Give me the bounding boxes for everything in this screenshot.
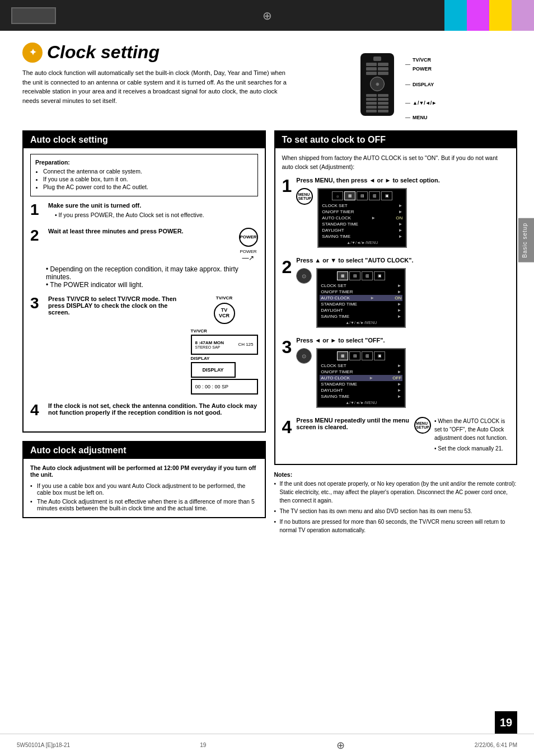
menu-row-daylight: DAYLIGHT ► [320,387,402,393]
menu-row-label: AUTO CLOCK [322,215,351,220]
page-number: 19 [495,711,517,734]
preparation-box: Preparation: Connect the antenna or cabl… [30,154,258,196]
screen-stereo: STEREO SAP [195,345,224,349]
menu-row-arrow: ► [398,228,402,233]
right-step-2-num: 2 [282,257,292,328]
menu-row-arrow: ► [398,203,402,208]
menu-icon: ▤ [349,351,360,360]
menu-row-standard-time: STANDARD TIME ► [321,221,404,227]
title-icon: ✦ [22,43,43,63]
note-item-2: The TV section has its own menu and also… [280,508,472,514]
right-step-2-text: Press ▲ or ▼ to select "AUTO CLOCK". [296,257,509,264]
menu-row-arrow: ► [397,308,401,313]
menu-row-auto-clock-off: AUTO CLOCK ► OFF [320,375,402,381]
step-2: 2 Wait at least three minutes and press … [30,228,258,262]
menu-icon: ▥ [362,271,373,280]
menu-row-arrow: ► [397,382,401,387]
auto-clock-adjustment-content: The Auto clock adjustment will be perfor… [24,459,265,517]
main-content: ✦ Clock setting The auto clock function … [0,31,534,548]
power-button-icon: POWER [239,228,258,247]
menu-icon-active: ▦ [337,271,348,280]
adjustment-item-1: If you use a cable box and you want Auto… [37,482,245,496]
menu-row-clock-set: CLOCK SET ► [321,203,404,209]
right-step-1: 1 Press MENU, then press ◄ or ► to selec… [282,177,510,248]
top-bar: ⊕ [0,0,534,31]
auto-clock-adjustment-header: Auto clock adjustment [24,442,265,459]
menu-row-label: CLOCK SET [321,283,346,288]
menu-icons-row: ▦ ▤ ▥ ▣ [320,351,402,360]
menu-icon: ▣ [374,271,385,280]
adjustment-list: • If you use a cable box and you want Au… [30,482,258,511]
left-column: Auto clock setting Preparation: Connect … [22,130,266,537]
right-step-1-text: Press MENU, then press ◄ or ► to select … [296,177,509,184]
right-step-4: 4 Press MENU repeatedly until the menu s… [282,417,510,453]
menu-row-label: STANDARD TIME [322,222,358,227]
screen-time: 8 :47AM MON [195,340,224,345]
right-column: To set auto clock to OFF When shipped fr… [274,130,518,537]
menu-row-label: ON/OFF TIMER [322,209,354,214]
menu-row-arrow: ► [397,314,401,319]
bottom-left: 5W50101A [E]p18-21 [17,742,70,748]
step-2-num: 2 [30,228,44,262]
nav-label: ▲/▼/◄/► [413,98,437,107]
menu-row-value: ON [396,215,402,220]
step-1-indent: • If you press POWER, the Auto Clock set… [55,211,258,220]
page-title: Clock setting [47,42,160,63]
remote-diagram: ⊕ [360,42,517,122]
right-step-3-diagram: ⊙ ▦ ▤ ▥ ▣ [296,348,509,408]
auto-clock-setting-section: Auto clock setting Preparation: Connect … [22,130,266,433]
right-step-3-text: Press ◄ or ► to select "OFF". [296,337,509,344]
menu-icons-row: ☼ ▦ ▤ ▥ ▣ [321,191,404,200]
menu-row-auto-clock: AUTO CLOCK ► ON [321,215,404,221]
menu-row-auto-clock-highlighted: AUTO CLOCK ► ON [320,295,402,301]
auto-clock-off-header: To set auto clock to OFF [275,132,517,148]
menu-icon: ▤ [357,191,368,200]
enter-button-icon: ⊙ [296,348,312,364]
menu-nav: ▲/▼/◄/►/MENU [321,241,404,245]
menu-row-saving-time: SAVING TIME ► [321,233,404,240]
power-text-label: POWER [240,249,256,254]
auto-clock-setting-content: Preparation: Connect the antenna or cabl… [24,148,265,431]
menu-row-arrow: ► [398,209,402,214]
menu-row-label: ON/OFF TIMER [321,369,353,374]
step4-bullets: • When the AUTO CLOCK is set to "OFF", t… [434,417,509,453]
list-item: If no buttons are pressed for more than … [274,518,518,534]
menu-setup-icon: MENUSETUP [296,188,313,205]
menu-label: MENU [413,113,428,122]
auto-clock-off-intro: When shipped from factory the AUTO CLOCK… [282,154,510,172]
clock-time: 00 : 00 : 00 SP [195,384,229,389]
menu-icon: ▣ [374,351,385,360]
list-item: Plug the AC power cord to the AC outlet. [43,184,253,190]
menu-row-arrow: ► [397,369,401,374]
enter-button-icon: ⊙ [296,268,312,284]
menu-row-saving-time: SAVING TIME ► [320,393,402,400]
menu-row-arrow: ► [397,289,401,294]
tvvcr-label: TV/VCR [216,295,232,300]
step-3-body: Press TV/VCR to select TV/VCR mode. Then… [48,295,186,395]
step-2-details: • Depending on the reception condition, … [46,265,258,289]
list-item: If the unit does not operate properly, o… [274,480,518,505]
list-item: • If you use a cable box and you want Au… [30,482,258,496]
step-2-body: Wait at least three minutes and press PO… [48,228,235,262]
menu-nav: ▲/▼/◄/►/MENU [320,321,402,325]
display-btn-label: DISPLAY [191,356,258,361]
description-text: The auto clock function will automatical… [22,68,291,105]
menu-row-onoff-timer: ON/OFF TIMER ► [321,209,404,215]
note-item-3: If no buttons are pressed for more than … [280,519,505,533]
menu-row-arrow: ► [398,222,402,227]
step4-bullet-2: • Set the clock manually 21. [434,444,509,453]
step-1-body: Make sure the unit is turned off. • If y… [48,202,258,220]
right-step-3: 3 Press ◄ or ► to select "OFF". ⊙ ▦ [282,337,510,408]
menu-icon-active: ▦ [344,191,355,200]
menu-row-arrow: ► [369,375,373,381]
step-1-num: 1 [30,202,44,220]
menu-screen-1: ☼ ▦ ▤ ▥ ▣ CLOCK SET ► [317,188,407,248]
clock-screen: 00 : 00 : 00 SP [191,379,258,395]
menu-row-label: DAYLIGHT [321,308,343,313]
tv-vcr-power-label: TV/VCR POWER [413,55,432,73]
right-step-2-diagram: ⊙ ▦ ▤ ▥ ▣ [296,268,509,328]
menu-row-label: DAYLIGHT [321,388,343,393]
adjustment-item-2: The Auto Clock adjustment is not effecti… [37,498,255,511]
title-left: ✦ Clock setting The auto clock function … [22,42,360,105]
menu-icon: ▥ [362,351,373,360]
